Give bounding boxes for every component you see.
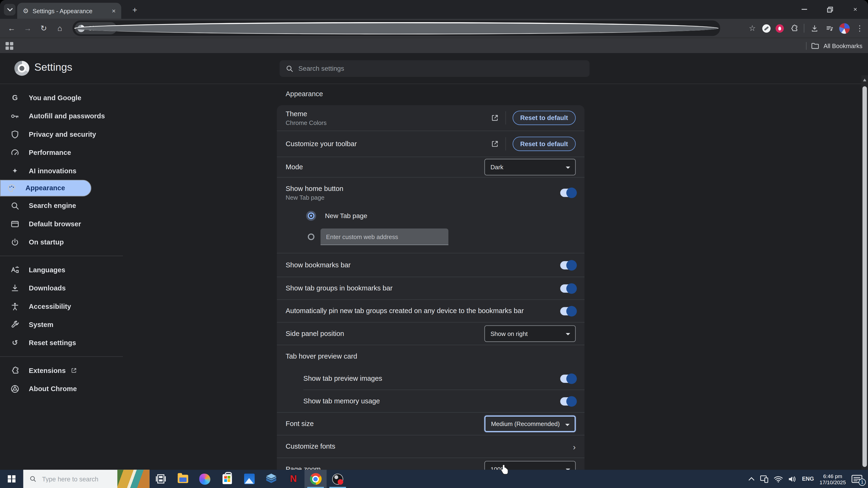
copilot-button[interactable]	[194, 470, 216, 488]
custom-address-radio[interactable]	[308, 233, 314, 240]
settings-search[interactable]	[280, 60, 589, 77]
accessibility-icon	[9, 302, 21, 311]
chevron-down-icon	[7, 8, 12, 11]
site-chip[interactable]: Chrome	[75, 22, 117, 34]
reset-toolbar-button[interactable]: Reset to default	[513, 137, 576, 151]
custom-address-input[interactable]	[320, 228, 448, 245]
new-tab-button[interactable]: +	[129, 4, 140, 15]
tab-search-button[interactable]	[4, 4, 16, 15]
mode-select[interactable]: Dark	[485, 159, 576, 175]
sidebar-item-system[interactable]: System	[0, 316, 120, 333]
extensions-puzzle-icon[interactable]	[789, 23, 799, 33]
settings-gear-icon: ⚙	[23, 7, 29, 14]
sidebar-item-default-browser[interactable]: Default browser	[0, 215, 120, 233]
show-home-button-toggle[interactable]	[560, 188, 576, 197]
tab-close-icon[interactable]: ×	[111, 7, 117, 14]
sidebar-item-extensions[interactable]: Extensions	[0, 361, 120, 380]
tab-memory-usage-toggle[interactable]	[560, 397, 576, 405]
home-icon[interactable]: ⌂	[53, 24, 67, 33]
restore-button[interactable]	[817, 0, 842, 19]
downloads-icon[interactable]	[809, 23, 819, 33]
sidebar-item-ai-innovations[interactable]: ✦ AI innovations	[0, 161, 120, 180]
side-panel-select[interactable]: Show on right	[485, 325, 576, 342]
file-explorer-icon	[177, 475, 188, 483]
row-mode: Mode Dark	[277, 157, 585, 177]
chrome-taskbar-button[interactable]	[305, 470, 327, 488]
tray-expand-icon[interactable]	[748, 477, 754, 481]
row-show-tab-preview-images: Show tab preview images	[277, 367, 585, 389]
volume-icon[interactable]	[788, 476, 797, 482]
sidebar-item-autofill[interactable]: Autofill and passwords	[0, 107, 120, 125]
forward-icon[interactable]: →	[21, 24, 35, 33]
new-tab-page-radio[interactable]	[308, 213, 314, 219]
mail-button[interactable]	[238, 470, 260, 488]
close-button[interactable]: ×	[842, 0, 868, 19]
wifi-icon[interactable]	[774, 476, 783, 482]
extension-icon-white[interactable]	[762, 24, 771, 32]
copilot-icon	[199, 474, 210, 484]
sidebar-item-about-chrome[interactable]: About Chrome	[0, 380, 120, 398]
tab-preview-images-toggle[interactable]	[560, 375, 576, 383]
row-page-zoom: Page zoom 100%	[277, 458, 585, 469]
extension-icon-red[interactable]	[776, 24, 784, 32]
font-size-select[interactable]: Medium (Recommended)	[485, 416, 576, 432]
back-icon[interactable]: ←	[4, 24, 19, 33]
row-customize-toolbar[interactable]: Customize your toolbar Reset to default	[277, 131, 585, 157]
all-bookmarks-button[interactable]: All Bookmarks	[824, 42, 863, 49]
sidebar-item-accessibility[interactable]: Accessibility	[0, 297, 120, 315]
language-indicator[interactable]: ENG	[802, 476, 814, 482]
tab-title: Settings - Appearance	[33, 7, 111, 14]
file-explorer-button[interactable]	[172, 470, 194, 488]
blue-shield-app-button[interactable]	[260, 470, 282, 488]
sidebar-item-search-engine[interactable]: Search engine	[0, 196, 120, 215]
scrollbar-thumb[interactable]	[863, 86, 867, 467]
obs-taskbar-button[interactable]	[327, 470, 349, 488]
taskbar-clock[interactable]: 6:46 pm 17/10/2025	[819, 473, 846, 485]
row-tab-hover-preview: Tab hover preview card	[277, 345, 585, 367]
task-view-button[interactable]	[150, 470, 172, 488]
bookmark-star-icon[interactable]: ☆	[747, 23, 757, 33]
media-controls-icon[interactable]	[824, 23, 834, 33]
start-button[interactable]	[0, 470, 23, 488]
row-theme[interactable]: Theme Chrome Colors Reset to default	[277, 105, 585, 131]
sidebar-item-reset-settings[interactable]: ↺ Reset settings	[0, 333, 120, 352]
search-highlight-image[interactable]	[118, 470, 150, 488]
sidebar-item-you-and-google[interactable]: G You and Google	[0, 89, 120, 107]
netflix-icon: N	[290, 474, 297, 484]
sidebar-item-downloads[interactable]: Downloads	[0, 279, 120, 297]
taskbar-search[interactable]	[23, 470, 150, 488]
reload-icon[interactable]: ↻	[36, 24, 51, 33]
netflix-button[interactable]: N	[282, 470, 305, 488]
notification-center-button[interactable]: 1	[851, 474, 863, 483]
row-customize-fonts[interactable]: Customize fonts ›	[277, 435, 585, 458]
show-bookmarks-bar-toggle[interactable]	[560, 261, 576, 269]
sidebar-item-privacy[interactable]: Privacy and security	[0, 125, 120, 143]
reset-icon: ↺	[9, 338, 21, 347]
menu-kebab-icon[interactable]: ⋮	[855, 23, 865, 33]
minimize-button[interactable]	[792, 0, 817, 19]
auto-pin-toggle[interactable]	[560, 307, 576, 315]
date-text: 17/10/2025	[819, 479, 846, 485]
search-icon	[29, 475, 36, 483]
chrome-icon	[310, 473, 321, 485]
sidebar-item-appearance[interactable]: Appearance	[0, 180, 91, 196]
settings-search-input[interactable]	[280, 60, 589, 77]
apps-grid-icon[interactable]	[5, 42, 13, 50]
puzzle-icon	[9, 366, 21, 375]
show-tab-groups-toggle[interactable]	[560, 284, 576, 292]
settings-sidebar: G You and Google Autofill and passwords …	[0, 89, 127, 398]
profile-avatar[interactable]	[839, 23, 850, 33]
settings-content: Appearance Theme Chrome Colors Reset to …	[277, 85, 585, 469]
sidebar-item-languages[interactable]: Languages	[0, 261, 120, 279]
sidebar-item-on-startup[interactable]: On startup	[0, 233, 120, 251]
ms-store-button[interactable]	[216, 470, 238, 488]
sidebar-item-performance[interactable]: Performance	[0, 143, 120, 161]
device-icon[interactable]	[760, 475, 768, 483]
reset-theme-button[interactable]: Reset to default	[513, 110, 576, 125]
sidebar-divider	[0, 356, 123, 357]
page-scrollbar[interactable]	[861, 75, 868, 469]
address-bar[interactable]: Chrome chrome://settings/appearance	[72, 21, 720, 36]
tab-settings-appearance[interactable]: ⚙ Settings - Appearance ×	[17, 3, 121, 19]
page-zoom-select[interactable]: 100%	[485, 461, 576, 470]
scrollbar-up-arrow[interactable]	[863, 78, 866, 81]
